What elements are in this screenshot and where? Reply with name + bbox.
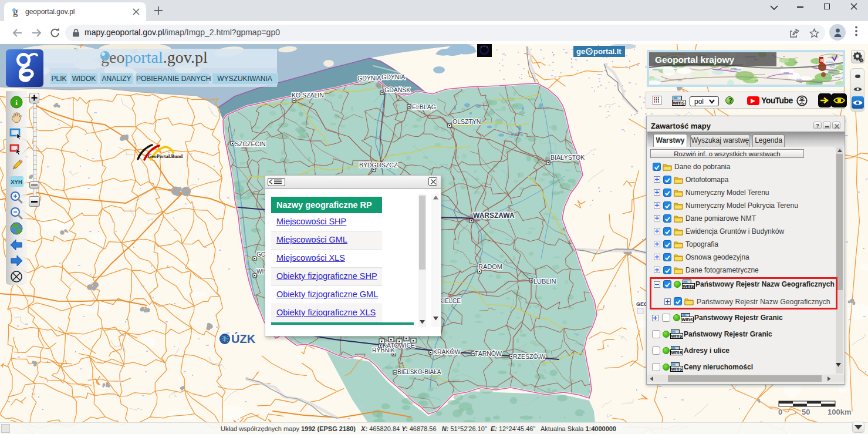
svg-text:GDAŃSK: GDAŃSK: [384, 86, 410, 93]
svg-text:KRAKÓW: KRAKÓW: [433, 348, 461, 355]
svg-text:RADOM: RADOM: [478, 263, 502, 270]
svg-text:WI: WI: [256, 268, 264, 275]
svg-text:GeoPortal.Bund: GeoPortal.Bund: [148, 153, 183, 159]
svg-text:SZCZECIN: SZCZECIN: [235, 140, 266, 147]
svg-text:GDYNIA: GDYNIA: [381, 73, 405, 80]
svg-text:BIELSKO-BIAŁA: BIELSKO-BIAŁA: [397, 369, 441, 375]
svg-text:BIAŁYSTOK: BIAŁYSTOK: [550, 154, 585, 161]
svg-text:C: C: [219, 332, 228, 345]
svg-text:portal.lt: portal.lt: [593, 47, 622, 56]
svg-text:TARNÓW: TARNÓW: [475, 350, 502, 357]
svg-text:GDYNIA: GDYNIA: [357, 75, 381, 82]
svg-text:Geoportal krajowy: Geoportal krajowy: [655, 55, 735, 65]
svg-text:OLSZTYN: OLSZTYN: [452, 118, 481, 125]
svg-text:LUBLIN: LUBLIN: [533, 278, 556, 285]
svg-text:BYDGOSZCZ: BYDGOSZCZ: [359, 162, 398, 169]
svg-text:RZESZÓ W: RZESZÓ W: [513, 353, 546, 360]
svg-text:KO SZALIN: KO SZALIN: [292, 92, 324, 99]
svg-text:ge: ge: [576, 47, 585, 56]
svg-text:0: 0: [778, 408, 782, 416]
svg-text:KIELCE: KIELCE: [439, 297, 461, 304]
svg-text:8: 8: [820, 58, 823, 63]
svg-text:50: 50: [802, 408, 810, 416]
svg-text:XYH: XYH: [11, 179, 22, 185]
svg-text:100km: 100km: [828, 408, 851, 416]
svg-text:ÚZK: ÚZK: [231, 332, 256, 345]
svg-text:WARSZAWA: WARSZAWA: [473, 211, 515, 220]
svg-text:ELBLĄG: ELBLĄG: [412, 103, 436, 110]
svg-text:i: i: [15, 98, 18, 107]
